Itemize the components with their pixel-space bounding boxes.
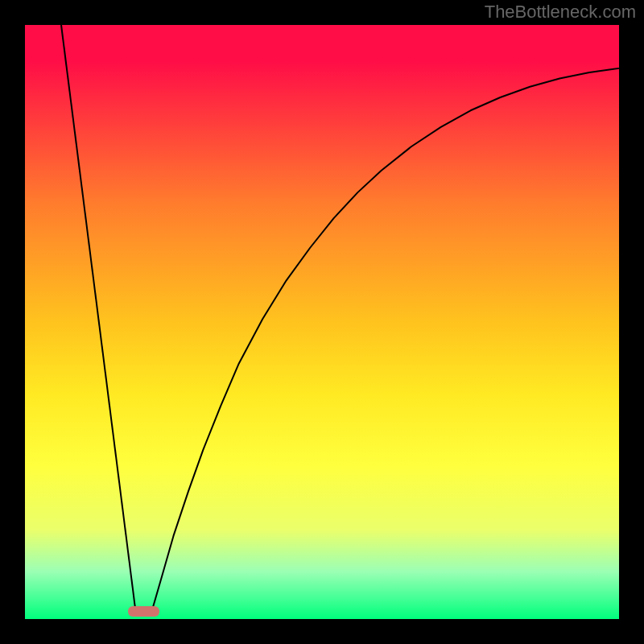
plot-area bbox=[25, 25, 619, 619]
chart-outer-frame: TheBottleneck.com bbox=[0, 0, 644, 644]
svg-line-1 bbox=[61, 25, 135, 610]
watermark-text: TheBottleneck.com bbox=[485, 2, 636, 23]
bottleneck-curve bbox=[25, 25, 619, 619]
minimum-marker bbox=[128, 606, 159, 617]
